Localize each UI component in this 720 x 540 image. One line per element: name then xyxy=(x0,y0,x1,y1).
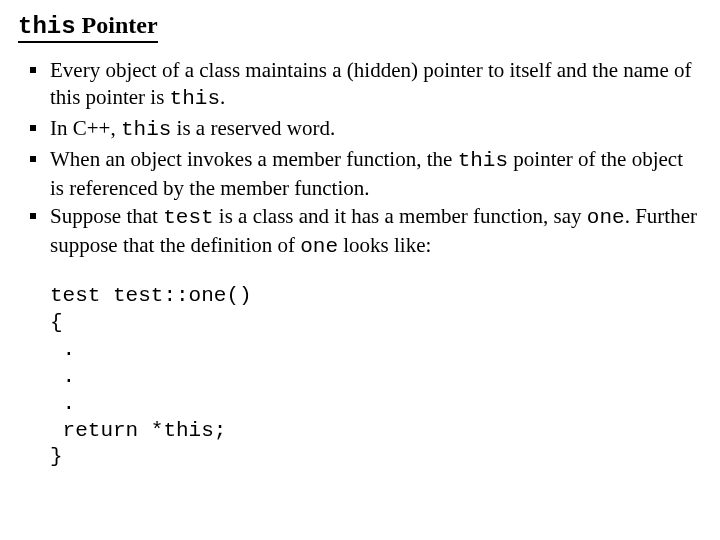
body-text: looks like: xyxy=(338,233,431,257)
body-text: is a reserved word. xyxy=(171,116,335,140)
code-text: this xyxy=(458,149,508,172)
bullet-item: Every object of a class maintains a (hid… xyxy=(28,57,702,113)
body-text: When an object invokes a member function… xyxy=(50,147,458,171)
body-text: . xyxy=(220,85,225,109)
title-code: this xyxy=(18,13,76,40)
bullet-item: Suppose that test is a class and it has … xyxy=(28,203,702,261)
body-text: In C++, xyxy=(50,116,121,140)
code-text: this xyxy=(170,87,220,110)
code-block: test test::one() { . . . return *this; } xyxy=(50,283,702,471)
body-text: is a class and it has a member function,… xyxy=(214,204,587,228)
slide-page: this Pointer Every object of a class mai… xyxy=(0,0,720,483)
body-text: Every object of a class maintains a (hid… xyxy=(50,58,691,109)
code-text: this xyxy=(121,118,171,141)
page-title: this Pointer xyxy=(18,12,158,43)
code-text: one xyxy=(587,206,625,229)
code-text: one xyxy=(300,235,338,258)
bullet-list: Every object of a class maintains a (hid… xyxy=(18,57,702,261)
bullet-item: When an object invokes a member function… xyxy=(28,146,702,202)
title-rest: Pointer xyxy=(76,12,158,38)
bullet-item: In C++, this is a reserved word. xyxy=(28,115,702,144)
body-text: Suppose that xyxy=(50,204,163,228)
code-text: test xyxy=(163,206,213,229)
